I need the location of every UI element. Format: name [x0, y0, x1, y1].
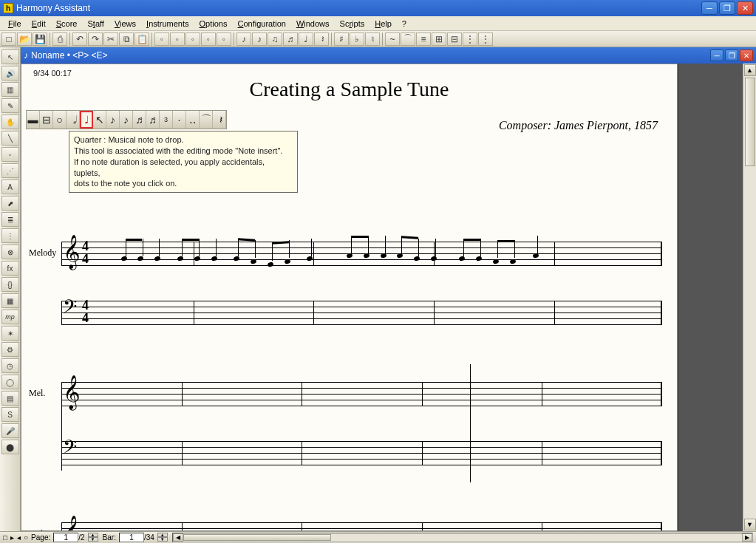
nt-whole-icon[interactable]: ○	[53, 111, 67, 129]
nt-rest-icon[interactable]: 𝄽	[213, 111, 226, 129]
lt-tool-icon[interactable]: ◦	[1, 147, 19, 162]
tb-tool-icon[interactable]: ◦	[170, 33, 185, 46]
tb-tool-icon[interactable]: ⊞	[432, 33, 446, 46]
lt-fx-icon[interactable]: fx	[1, 261, 19, 276]
lt-circle-icon[interactable]: ◯	[1, 375, 19, 389]
menu-instruments[interactable]: Instruments	[141, 18, 194, 30]
tb-tool-icon[interactable]: ⌒	[401, 33, 415, 46]
tb-tool-icon[interactable]: ≡	[416, 33, 431, 46]
tb-save-icon[interactable]: 💾	[33, 33, 47, 46]
tb-tool-icon[interactable]: ⋮	[478, 33, 493, 46]
tb-tool-icon[interactable]: ⋮	[463, 33, 477, 46]
tb-paste-icon[interactable]: 📋	[134, 33, 149, 46]
treble-staff[interactable]: 𝄞	[61, 379, 662, 409]
tb-tool-icon[interactable]: ◦	[185, 33, 200, 46]
tb-redo-icon[interactable]: ↷	[88, 33, 103, 46]
menu-help[interactable]: Help	[370, 18, 397, 30]
bass-staff[interactable]: 𝄢 44	[61, 298, 662, 327]
tb-cut-icon[interactable]: ✂	[103, 33, 118, 46]
lt-perc-icon[interactable]: ⊗	[1, 245, 19, 259]
status-icon[interactable]: ▸	[10, 533, 14, 542]
tb-tool-icon[interactable]: ◦	[154, 33, 169, 46]
status-icon[interactable]: ○	[24, 533, 28, 542]
page-input[interactable]	[53, 533, 78, 542]
tb-note-icon[interactable]: ♪	[236, 33, 251, 46]
tb-open-icon[interactable]: 📂	[17, 33, 32, 46]
tb-tool-icon[interactable]: ~	[385, 33, 400, 46]
tb-note-icon[interactable]: ♪	[252, 33, 267, 46]
lt-mic-icon[interactable]: 🎤	[1, 423, 19, 438]
menu-scripts[interactable]: Scripts	[335, 18, 370, 30]
treble-staff[interactable]: 𝄞 44	[61, 239, 662, 268]
menu-score[interactable]: Score	[51, 18, 83, 30]
lt-bracket-icon[interactable]: {}	[1, 277, 19, 292]
treble-staff[interactable]: 𝄞	[61, 519, 662, 531]
tb-sharp-icon[interactable]: ♯	[334, 33, 349, 46]
scroll-up-icon[interactable]: ▲	[744, 64, 756, 76]
lt-gear-icon[interactable]: ⚙	[1, 342, 19, 357]
lt-dotfill-icon[interactable]: ⬤	[1, 440, 19, 454]
lt-tool-icon[interactable]: ⋰	[1, 163, 19, 178]
bar-spinner[interactable]: ▲▼	[157, 533, 168, 542]
scroll-left-icon[interactable]: ◀	[173, 533, 183, 542]
doc-minimize-button[interactable]: ─	[710, 49, 723, 61]
menu-staff[interactable]: Staff	[82, 18, 109, 30]
maximize-button[interactable]: ❐	[719, 1, 735, 15]
lt-dots-icon[interactable]: ⋮	[1, 228, 19, 243]
hscroll-thumb[interactable]	[183, 534, 331, 541]
tb-print-icon[interactable]: ⎙	[52, 33, 67, 46]
tb-note-icon[interactable]: ♬	[283, 33, 298, 46]
nt-32nd-icon[interactable]: ♬	[146, 111, 160, 129]
menu-file[interactable]: File	[3, 18, 27, 30]
status-icon[interactable]: ◂	[17, 533, 21, 542]
minimize-button[interactable]: ─	[701, 1, 718, 15]
score-page[interactable]: 9/34 00:17 Creating a Sample Tune ▬ ⊟ ○ …	[21, 64, 678, 531]
nt-16th-icon[interactable]: ♬	[133, 111, 146, 129]
horizontal-scrollbar[interactable]: ◀ ▶	[172, 533, 753, 542]
doc-close-button[interactable]: ✕	[740, 49, 753, 61]
lt-mp-icon[interactable]: mp	[1, 310, 19, 324]
lt-sel-icon[interactable]: ▦	[1, 293, 19, 308]
lt-text-icon[interactable]: A	[1, 180, 19, 194]
nt-tuplet-icon[interactable]: 3	[160, 111, 173, 129]
tb-new-icon[interactable]: □	[1, 33, 16, 46]
tb-note-icon[interactable]: ♫	[268, 33, 282, 46]
tb-rest-icon[interactable]: 𝄽	[314, 33, 329, 46]
nt-breve-icon[interactable]: ⊟	[40, 111, 53, 129]
vertical-scrollbar[interactable]: ▲ ▼	[743, 64, 756, 531]
tb-natural-icon[interactable]: ♮	[365, 33, 380, 46]
nt-eighth-icon[interactable]: ♪	[106, 111, 120, 129]
tb-note-icon[interactable]: ♩	[299, 33, 313, 46]
tb-flat-icon[interactable]: ♭	[350, 33, 364, 46]
score-title[interactable]: Creating a Sample Tune	[26, 78, 672, 101]
scroll-down-icon[interactable]: ▼	[744, 519, 756, 530]
tb-tool-icon[interactable]: ⊟	[447, 33, 462, 46]
scroll-right-icon[interactable]: ▶	[742, 533, 752, 542]
lt-bars-icon[interactable]: ▤	[1, 391, 19, 406]
tb-tool-icon[interactable]: ◦	[201, 33, 216, 46]
lt-pencil-icon[interactable]: ✎	[1, 98, 19, 113]
page-spinner[interactable]: ▲▼	[88, 533, 98, 542]
tb-undo-icon[interactable]: ↶	[72, 33, 87, 46]
lt-line-icon[interactable]: ╲	[1, 131, 19, 146]
menu-windows[interactable]: Windows	[291, 18, 335, 30]
lt-speaker-icon[interactable]: 🔊	[1, 66, 19, 81]
tb-copy-icon[interactable]: ⧉	[119, 33, 134, 46]
nt-cursor-icon[interactable]: ↖	[93, 111, 106, 129]
bass-staff[interactable]: 𝄢	[61, 438, 662, 468]
lt-staff-icon[interactable]: ≣	[1, 212, 19, 227]
tb-tool-icon[interactable]: ◦	[217, 33, 231, 46]
menu-edit[interactable]: Edit	[27, 18, 51, 30]
doc-maximize-button[interactable]: ❐	[725, 49, 738, 61]
nt-quarter-icon[interactable]: ♩	[80, 111, 93, 129]
menu-question[interactable]: ?	[397, 18, 412, 30]
lt-piano-icon[interactable]: ▥	[1, 82, 19, 97]
lt-s-icon[interactable]: S	[1, 407, 19, 422]
nt-eighth-icon[interactable]: ♪	[120, 111, 133, 129]
bar-input[interactable]	[119, 533, 144, 542]
lt-hand-icon[interactable]: ✋	[1, 115, 19, 129]
nt-tie-icon[interactable]: ⌒	[200, 111, 213, 129]
lt-clock-icon[interactable]: ◷	[1, 358, 19, 373]
lt-arrow-icon[interactable]: ↖	[1, 49, 19, 64]
nt-longa-icon[interactable]: ▬	[27, 111, 40, 129]
